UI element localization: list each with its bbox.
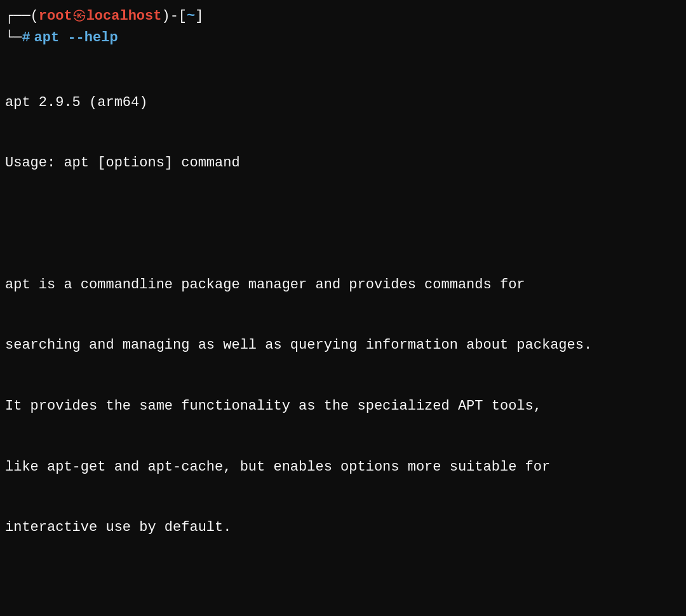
desc-line-2: searching and managing as well as queryi… bbox=[5, 335, 681, 356]
prompt-circled-at: ㉿ bbox=[72, 6, 86, 27]
usage-line: Usage: apt [options] command bbox=[5, 153, 681, 173]
prompt-user: root bbox=[39, 6, 72, 27]
corner-bracket-bottom: └─ bbox=[5, 28, 22, 48]
desc-line-4: like apt-get and apt-cache, but enables … bbox=[5, 457, 681, 478]
desc-line-5: interactive use by default. bbox=[5, 518, 681, 538]
terminal-window: ┌──(root㉿localhost)-[~] └─#apt --help ap… bbox=[5, 6, 681, 611]
prompt-hash: # bbox=[22, 28, 30, 48]
empty-line-1 bbox=[5, 214, 681, 234]
prompt-dir-close: ] bbox=[195, 6, 203, 27]
version-line: apt 2.9.5 (arm64) bbox=[5, 93, 681, 113]
prompt-separator: )-[ bbox=[161, 6, 187, 27]
corner-bracket-top: ┌──( bbox=[5, 6, 39, 27]
terminal-output: apt 2.9.5 (arm64) Usage: apt [options] c… bbox=[5, 52, 681, 616]
desc-line-1: apt is a commandline package manager and… bbox=[5, 275, 681, 295]
desc-line-3: It provides the same functionality as th… bbox=[5, 396, 681, 417]
prompt-line-1: ┌──(root㉿localhost)-[~] bbox=[5, 6, 681, 27]
prompt-command-text: apt --help bbox=[34, 28, 118, 48]
empty-line-2 bbox=[5, 579, 681, 599]
prompt-host: localhost bbox=[86, 6, 162, 27]
prompt-line-2: └─#apt --help bbox=[5, 28, 681, 48]
prompt-dir: ~ bbox=[187, 6, 195, 27]
